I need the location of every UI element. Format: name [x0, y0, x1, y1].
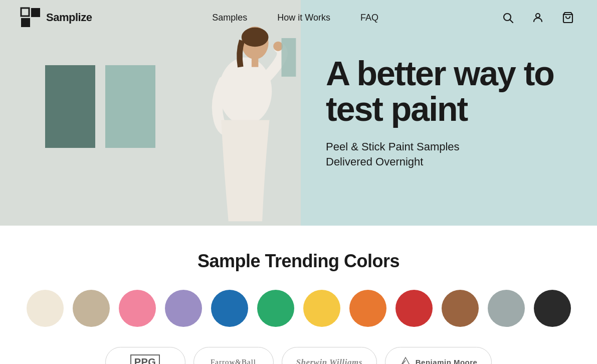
hero-headline: A better way to test paint	[326, 56, 572, 127]
brand-pill-ppg[interactable]: PPG	[105, 347, 185, 364]
benjamin-moore-icon	[400, 356, 412, 365]
color-circle-dark[interactable]	[534, 290, 571, 327]
brand-label-sherwin: Sherwin Williams	[296, 357, 362, 365]
color-circle-gray[interactable]	[488, 290, 525, 327]
logo-text: Samplize	[46, 11, 92, 24]
swatch-dark	[45, 65, 95, 148]
nav-how-it-works[interactable]: How it Works	[277, 13, 330, 23]
logo-icon	[20, 7, 41, 28]
svg-rect-10	[252, 57, 258, 67]
nav-icons	[499, 9, 577, 27]
account-button[interactable]	[529, 9, 547, 27]
brand-label-farrow: Farrow&Ball	[211, 358, 256, 364]
svg-rect-0	[21, 8, 29, 16]
brand-label-bm: Benjamin Moore	[416, 358, 478, 364]
logo-link[interactable]: Samplize	[20, 7, 92, 28]
color-circle-cream[interactable]	[27, 290, 64, 327]
trending-title: Sample Trending Colors	[20, 251, 577, 272]
svg-point-5	[536, 14, 540, 18]
nav-faq[interactable]: FAQ	[360, 13, 378, 23]
color-circle-tan[interactable]	[73, 290, 110, 327]
svg-rect-1	[31, 8, 40, 17]
hero-swatches	[45, 65, 155, 148]
search-icon	[502, 12, 514, 24]
color-circle-pink[interactable]	[119, 290, 156, 327]
search-button[interactable]	[499, 9, 517, 27]
color-circle-lavender[interactable]	[165, 290, 202, 327]
svg-point-7	[219, 57, 272, 125]
nav-links: Samples How it Works FAQ	[212, 13, 378, 23]
cart-button[interactable]	[559, 9, 577, 27]
svg-rect-2	[21, 18, 30, 27]
cart-icon	[562, 12, 574, 24]
svg-rect-13	[282, 38, 296, 77]
svg-point-12	[273, 42, 283, 51]
brand-pill-sherwin-williams[interactable]: Sherwin Williams	[282, 347, 377, 364]
swatch-light	[105, 65, 155, 148]
navbar: Samplize Samples How it Works FAQ	[0, 0, 597, 35]
account-icon	[532, 12, 544, 24]
color-circle-brown[interactable]	[442, 290, 479, 327]
brand-pill-benjamin-moore[interactable]: Benjamin Moore	[385, 347, 492, 364]
color-circle-green[interactable]	[257, 290, 294, 327]
color-circle-red[interactable]	[395, 290, 433, 327]
nav-samples[interactable]: Samples	[212, 13, 247, 23]
color-circle-blue[interactable]	[211, 290, 248, 327]
brand-label-ppg: PPG	[130, 354, 160, 364]
brand-pills: PPGFarrow&BallSherwin Williams Benjamin …	[20, 347, 577, 364]
color-circle-orange[interactable]	[349, 290, 386, 327]
color-circle-yellow[interactable]	[303, 290, 340, 327]
color-circles	[20, 290, 577, 327]
brand-pill-farrow-ball[interactable]: Farrow&Ball	[193, 347, 274, 364]
hero-subtext: Peel & Stick Paint Samples Delivered Ove…	[326, 139, 572, 170]
svg-line-4	[510, 20, 513, 23]
trending-section: Sample Trending Colors PPGFarrow&BallShe…	[0, 226, 597, 364]
